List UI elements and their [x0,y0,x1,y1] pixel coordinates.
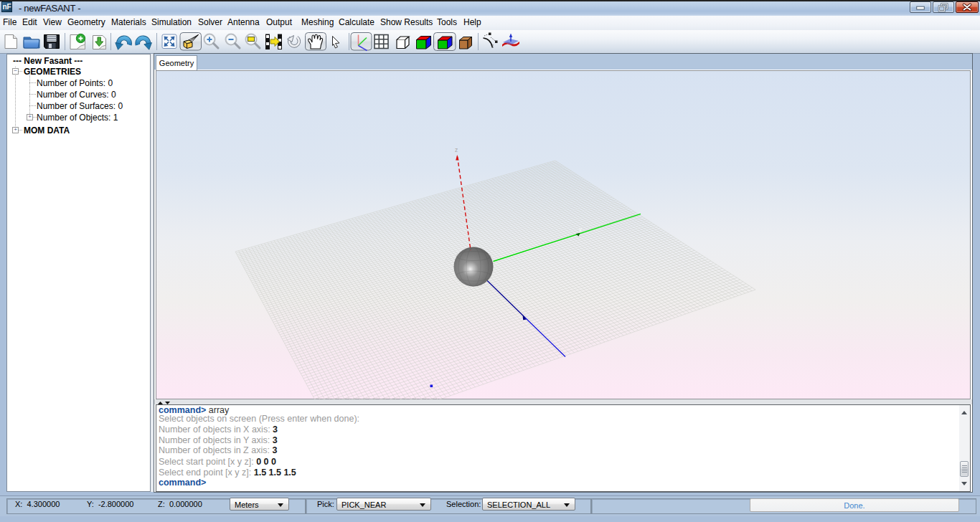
svg-text:y: y [579,226,582,232]
svg-text:z: z [455,146,458,153]
